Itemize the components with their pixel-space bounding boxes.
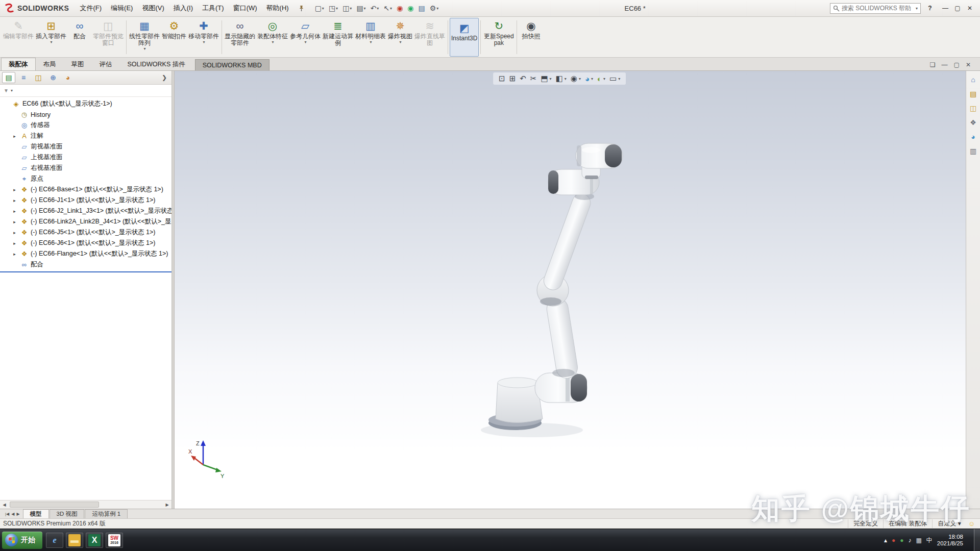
tree-item[interactable]: ▸❖(-) EC66-Flange<1> (默认<<默认>_显示状态 1>): [0, 248, 172, 259]
file-explorer-button[interactable]: ◫: [970, 104, 976, 112]
filter-funnel-icon[interactable]: ▼: [4, 88, 9, 93]
ribbon-button-show-hidden-components[interactable]: ∞显示隐藏的零部件: [224, 18, 256, 57]
window-cascade-button[interactable]: ❏: [930, 61, 936, 68]
view-settings-button[interactable]: ▭▾: [609, 74, 620, 83]
menu-item-6[interactable]: 帮助(H): [262, 2, 293, 15]
window-minimize-button[interactable]: —: [942, 61, 948, 68]
view-palette-button[interactable]: ❖: [970, 118, 976, 127]
ribbon-button-new-motion-study[interactable]: ≣新建运动算例: [322, 18, 354, 57]
scroll-track[interactable]: [9, 500, 163, 509]
filter-caret-icon[interactable]: ▾: [11, 88, 13, 93]
display-style-button[interactable]: ◧▾: [556, 74, 567, 83]
volume-icon[interactable]: ♪: [908, 537, 911, 543]
network-icon[interactable]: ▦: [916, 537, 921, 543]
ribbon-button-reference-geometry[interactable]: ▱参考几何体▾: [289, 18, 322, 57]
resources-home-button[interactable]: ⌂: [971, 76, 975, 84]
open-file-button[interactable]: ◳▾: [327, 4, 339, 13]
hide-show-items-button[interactable]: ◉▾: [571, 74, 581, 83]
menu-item-0[interactable]: 文件(F): [75, 2, 106, 15]
ribbon-tab-1[interactable]: 布局: [36, 58, 64, 70]
menu-item-2[interactable]: 视图(V): [137, 2, 168, 15]
menu-item-1[interactable]: 编辑(E): [106, 2, 137, 15]
tree-item[interactable]: ▸❖(-) EC66-J5<1> (默认<<默认>_显示状态 1>): [0, 227, 172, 238]
ribbon-button-linear-component-pattern[interactable]: ▦线性零部件阵列▾: [128, 18, 161, 57]
section-view-button[interactable]: ✂: [530, 74, 537, 83]
doc-tab-1[interactable]: 3D 视图: [50, 509, 85, 518]
propertymanager-tab[interactable]: ≡: [17, 72, 30, 83]
ribbon-button-smart-fasteners[interactable]: ⚙智能扣件: [161, 18, 187, 57]
custom-properties-button[interactable]: ▥: [970, 147, 976, 155]
print-button[interactable]: ▤▾: [355, 4, 367, 13]
tree-item[interactable]: ◷History: [0, 109, 172, 120]
tray-green-icon[interactable]: ●: [900, 537, 903, 543]
internet-explorer-button[interactable]: e: [46, 533, 63, 548]
dimxpertmanager-tab[interactable]: ⊕: [46, 72, 60, 83]
ribbon-tab-5[interactable]: SOLIDWORKS MBD: [195, 59, 270, 70]
ribbon-tab-4[interactable]: SOLIDWORKS 插件: [120, 58, 193, 70]
menu-item-4[interactable]: 工具(T): [198, 2, 229, 15]
save-button[interactable]: ◫▾: [341, 4, 353, 13]
input-language-icon[interactable]: 中: [926, 537, 933, 543]
help-search-box[interactable]: ▾: [830, 3, 921, 14]
tree-item[interactable]: ◎传感器: [0, 120, 172, 131]
expand-arrow-icon[interactable]: ▸: [11, 230, 18, 235]
ribbon-button-move-component[interactable]: ✚移动零部件▾: [187, 18, 220, 57]
display-list-button[interactable]: ▤: [417, 4, 427, 13]
ribbon-button-snapshot-camera[interactable]: ◉拍快照: [519, 18, 543, 57]
view-orientation-button[interactable]: ⬒▾: [541, 74, 551, 83]
menu-item-3[interactable]: 插入(I): [169, 2, 198, 15]
undo-button[interactable]: ↶▾: [369, 4, 381, 13]
hidden-icons-caret[interactable]: ▴: [884, 537, 887, 543]
expand-arrow-icon[interactable]: ▸: [11, 134, 18, 139]
expand-arrow-icon[interactable]: ▸: [11, 241, 18, 246]
zoom-area-button[interactable]: ⊞: [509, 74, 516, 83]
panel-flyout-chevron[interactable]: ❯: [159, 74, 169, 81]
tree-item[interactable]: ⌖原点: [0, 173, 172, 184]
tree-item[interactable]: ▸❖(-) EC66-Base<1> (默认<<默认>_显示状态 1>): [0, 184, 172, 195]
scroll-thumb[interactable]: [10, 502, 99, 508]
tree-item[interactable]: ▸❖(-) EC66-J1<1> (默认<<默认>_显示状态 1>): [0, 195, 172, 206]
minimize-button[interactable]: —: [939, 3, 951, 13]
edit-appearance-button[interactable]: ◕▾: [585, 74, 593, 83]
show-desktop-button[interactable]: [974, 529, 980, 551]
ribbon-button-insert-components[interactable]: ⊞插入零部件▾: [35, 18, 67, 57]
pin-icon[interactable]: [299, 5, 304, 12]
tree-item[interactable]: ▸❖(-) EC66-J2_Link1_J3<1> (默认<<默认>_显示状态 …: [0, 206, 172, 216]
next-tab-button[interactable]: ▶: [15, 512, 20, 516]
maximize-button[interactable]: ▢: [951, 3, 964, 13]
expand-arrow-icon[interactable]: ▸: [11, 219, 18, 224]
help-button[interactable]: ?: [924, 3, 936, 13]
ribbon-button-update-speedpak[interactable]: ↻更新Speedpak: [482, 18, 515, 57]
search-input[interactable]: [842, 5, 913, 12]
close-button[interactable]: ✕: [964, 3, 976, 13]
tree-item[interactable]: ▱前视基准面: [0, 141, 172, 152]
rebuild-button[interactable]: ◉: [395, 4, 404, 13]
previous-view-button[interactable]: ↶: [520, 74, 526, 83]
solidworks-2016-button[interactable]: SW2016: [106, 533, 123, 548]
first-tab-button[interactable]: |◀: [4, 512, 10, 516]
featuremanager-tab[interactable]: ▤: [2, 72, 15, 83]
new-file-button[interactable]: ▢▾: [313, 4, 326, 13]
window-close-button[interactable]: ✕: [966, 61, 971, 68]
taskbar-clock[interactable]: 18:08 2021/8/25: [937, 534, 966, 547]
tree-item[interactable]: ▸❖(-) EC66-Link2A_Link2B_J4<1> (默认<<默认>_…: [0, 216, 172, 227]
status-custom-dropdown[interactable]: 自定义 ▾: [932, 519, 966, 528]
ribbon-button-exploded-view[interactable]: ✵爆炸视图▾: [387, 18, 413, 57]
design-library-button[interactable]: ▤: [970, 90, 976, 98]
displaymanager-tab[interactable]: ◕: [61, 72, 75, 83]
options-button[interactable]: ⚙▾: [428, 4, 440, 13]
scroll-left-icon[interactable]: ◀: [0, 503, 9, 507]
excel-button[interactable]: X: [86, 533, 103, 548]
search-caret-icon[interactable]: ▾: [916, 6, 918, 11]
expand-arrow-icon[interactable]: ▸: [11, 187, 18, 192]
expand-arrow-icon[interactable]: ▸: [11, 198, 18, 203]
tree-item[interactable]: ∞配合: [0, 259, 172, 270]
ribbon-tab-3[interactable]: 评估: [92, 58, 120, 70]
window-restore-button[interactable]: ▢: [954, 61, 960, 68]
ribbon-tab-0[interactable]: 装配体: [1, 58, 36, 70]
ribbon-button-mate[interactable]: ∞配合: [67, 18, 92, 57]
tree-item[interactable]: ▸A注解: [0, 131, 172, 141]
start-button[interactable]: 开始: [2, 532, 42, 549]
tree-item[interactable]: ▱上视基准面: [0, 152, 172, 163]
doc-tab-0[interactable]: 模型: [23, 509, 49, 518]
